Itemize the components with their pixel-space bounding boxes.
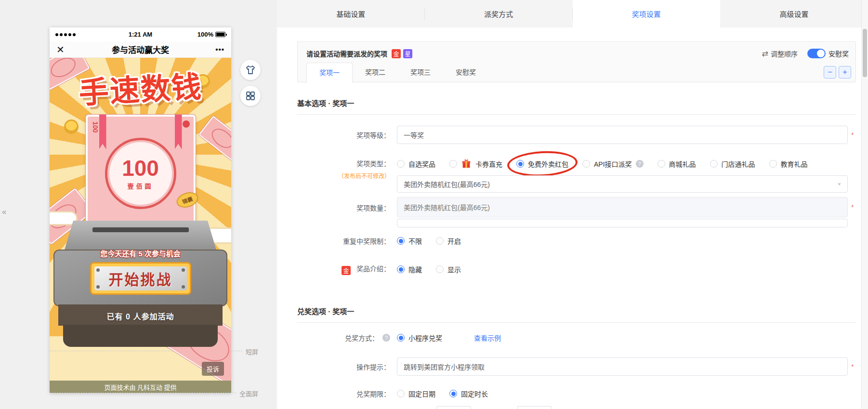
scrollbar[interactable] bbox=[861, 0, 868, 409]
activity-poster: 手速数钱 100 100 壹佰圆 锦囊 您今天还有 5 次参与机会 bbox=[50, 58, 231, 381]
duration-input-cut[interactable] bbox=[517, 406, 552, 409]
radio-option-miniprogram-redeem[interactable]: 小程序兑奖 bbox=[397, 333, 442, 343]
bill-value-cn: 壹佰圆 bbox=[127, 181, 153, 190]
star-version-badge: 星 bbox=[403, 49, 412, 58]
bill-center-stamp: 100 壹佰圆 bbox=[105, 138, 176, 209]
prize-tab-3[interactable]: 奖项三 bbox=[398, 63, 443, 82]
flying-bill bbox=[198, 116, 231, 161]
radio-unchecked[interactable] bbox=[449, 160, 457, 168]
phone-preview: 1:21 AM 100% ✕ 参与活动赢大奖 ••• 手速数钱 bbox=[50, 27, 231, 393]
full-screen-line bbox=[50, 393, 237, 393]
duration-input-cut[interactable] bbox=[436, 406, 471, 409]
remove-prize-button[interactable]: − bbox=[824, 66, 836, 79]
add-prize-button[interactable]: + bbox=[839, 66, 851, 79]
help-question-icon[interactable]: ? bbox=[636, 160, 644, 168]
radio-unchecked[interactable] bbox=[710, 160, 718, 168]
battery-percent: 100% bbox=[197, 31, 213, 38]
prize-intro-label: 奖品介绍： bbox=[356, 265, 390, 273]
chevron-down-icon: ▼ bbox=[837, 182, 842, 186]
consolation-toggle-label: 安慰奖 bbox=[829, 49, 849, 58]
page-title: 参与活动赢大奖 bbox=[85, 43, 196, 55]
prize-type-note: （发布后不可修改） bbox=[297, 172, 390, 180]
prize-tab-2[interactable]: 奖项二 bbox=[353, 63, 398, 82]
tab-advanced-settings[interactable]: 高级设置 bbox=[720, 0, 868, 27]
radio-unchecked[interactable] bbox=[658, 160, 665, 168]
tab-basic-settings[interactable]: 基础设置 bbox=[277, 0, 425, 27]
radio-option-mall-gift[interactable]: 商城礼品 bbox=[658, 159, 696, 169]
help-question-icon[interactable]: ? bbox=[382, 334, 390, 342]
view-example-link[interactable]: 查看示例 bbox=[474, 333, 501, 343]
required-asterisk: * bbox=[851, 131, 856, 139]
gold-version-badge: 金 bbox=[342, 266, 351, 275]
prize-list-box: 请设置活动需要派发的奖项 金 星 ⇄ 调整顺序 安慰奖 奖项一 奖项二 bbox=[297, 41, 856, 82]
radio-unchecked[interactable] bbox=[397, 160, 405, 168]
coin-icon bbox=[64, 119, 79, 134]
prize-level-label: 奖项等级： bbox=[297, 130, 397, 140]
radio-option-card-recharge[interactable]: 卡券直充 bbox=[449, 158, 502, 169]
radio-checked[interactable] bbox=[516, 160, 524, 168]
section-divider bbox=[297, 114, 856, 115]
radio-checked[interactable] bbox=[397, 237, 405, 245]
radio-unchecked[interactable] bbox=[397, 390, 405, 397]
short-screen-label: 短屏 bbox=[246, 347, 258, 356]
radio-unchecked[interactable] bbox=[582, 160, 590, 168]
phone-title-bar: ✕ 参与活动赢大奖 ••• bbox=[50, 41, 231, 58]
grid-components-icon[interactable] bbox=[240, 86, 261, 106]
redpacket-select[interactable]: 美团外卖随机红包(最高66元) ▼ bbox=[397, 175, 848, 193]
radio-unchecked[interactable] bbox=[436, 265, 444, 273]
radio-checked[interactable] bbox=[449, 390, 457, 397]
money-machine-hopper bbox=[64, 221, 217, 251]
theme-shirt-icon[interactable] bbox=[240, 60, 261, 80]
radio-checked[interactable] bbox=[397, 334, 405, 342]
prize-quantity-input[interactable] bbox=[397, 219, 848, 227]
radio-unchecked[interactable] bbox=[436, 237, 444, 245]
scrollbar-thumb[interactable] bbox=[863, 29, 867, 77]
chances-text: 您今天还有 5 次参与机会 bbox=[50, 248, 231, 258]
settings-panel: 基础设置 派奖方式 奖项设置 高级设置 请设置活动需要派发的奖项 金 星 ⇄ 调… bbox=[277, 0, 868, 409]
tab-award-method[interactable]: 派奖方式 bbox=[425, 0, 573, 27]
prize-type-label: 奖项类型： bbox=[297, 158, 390, 169]
required-asterisk: * bbox=[851, 363, 856, 370]
redeem-period-label: 兑奖期限： bbox=[297, 389, 397, 398]
radio-option-education-gift[interactable]: 教育礼品 bbox=[769, 159, 808, 169]
radio-option-hide[interactable]: 隐藏 bbox=[397, 264, 422, 274]
prize-level-input[interactable] bbox=[397, 126, 848, 144]
prize-box-title: 请设置活动需要派发的奖项 bbox=[306, 49, 387, 58]
complaint-button[interactable]: 投诉 bbox=[202, 362, 224, 376]
bill-seal bbox=[183, 120, 190, 128]
pouch-badge: 锦囊 bbox=[174, 190, 200, 211]
radio-option-fixed-duration[interactable]: 固定时长 bbox=[449, 389, 488, 398]
more-icon[interactable]: ••• bbox=[196, 45, 224, 53]
radio-option-store-gift[interactable]: 门店通礼品 bbox=[710, 159, 755, 169]
radio-option-show[interactable]: 显示 bbox=[436, 264, 461, 274]
redeem-method-label: 兑奖方式： bbox=[345, 333, 379, 343]
adjust-order-button[interactable]: ⇄ 调整顺序 bbox=[762, 49, 798, 58]
bill-corner-value: 100 bbox=[92, 121, 99, 132]
signal-dots-icon bbox=[55, 33, 99, 36]
tab-prize-settings[interactable]: 奖项设置 bbox=[573, 0, 721, 27]
section-divider bbox=[297, 322, 856, 323]
radio-option-free-delivery-redpacket[interactable]: 免费外卖红包 bbox=[516, 159, 568, 169]
bill-value: 100 bbox=[122, 157, 159, 179]
consolation-prize-toggle[interactable] bbox=[807, 49, 826, 58]
collapse-panel-arrow[interactable]: « bbox=[2, 207, 6, 217]
close-icon[interactable]: ✕ bbox=[56, 44, 85, 55]
start-challenge-button[interactable]: 开始挑战 bbox=[90, 262, 191, 295]
phone-status-bar: 1:21 AM 100% bbox=[50, 27, 231, 41]
status-time: 1:21 AM bbox=[99, 31, 182, 38]
operation-tip-input[interactable] bbox=[397, 357, 848, 376]
prize-quantity-display: 美团外卖随机红包(最高66元) bbox=[397, 197, 848, 217]
phone-footer: 页面技术由 凡科互动 提供 bbox=[50, 381, 231, 393]
radio-option-enabled[interactable]: 开启 bbox=[436, 236, 461, 246]
radio-option-api-dispatch[interactable]: API接口派奖 ? bbox=[582, 159, 644, 169]
required-asterisk: * bbox=[851, 203, 856, 211]
radio-checked[interactable] bbox=[397, 265, 405, 273]
radio-option-unlimited[interactable]: 不限 bbox=[397, 236, 422, 246]
ribbon bbox=[99, 115, 106, 149]
gift-icon bbox=[461, 158, 472, 169]
radio-option-fixed-date[interactable]: 固定日期 bbox=[397, 389, 435, 398]
prize-tab-1[interactable]: 奖项一 bbox=[306, 63, 353, 82]
radio-option-self-select[interactable]: 自选奖品 bbox=[397, 159, 435, 169]
radio-unchecked[interactable] bbox=[769, 160, 777, 168]
prize-tab-consolation[interactable]: 安慰奖 bbox=[443, 63, 488, 82]
